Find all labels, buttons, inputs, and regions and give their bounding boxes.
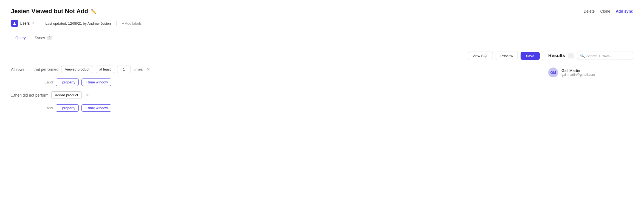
users-icon-wrap (11, 20, 18, 27)
clone-button[interactable]: Clone (600, 9, 610, 13)
that-performed-label: ...that performed (30, 67, 59, 72)
tabs-row: Query Syncs 2 (11, 33, 633, 43)
times-count-input[interactable]: 1 (117, 66, 131, 73)
add-labels-button[interactable]: + Add labels (122, 21, 142, 26)
did-not-perform-row: ...then did not perform Added product ✕ (11, 91, 529, 99)
result-info: Gail Martin gail.martin@gmail.com (561, 68, 595, 77)
add-time-window-chip-2[interactable]: + time window (81, 104, 111, 112)
query-builder: All rows... ...that performed Viewed pro… (11, 66, 540, 112)
and-label: ...and (44, 80, 53, 84)
then-did-not-label: ...then did not perform (11, 93, 49, 97)
toolbar-row: View SQL Preview Save (11, 52, 540, 60)
tab-syncs[interactable]: Syncs 2 (30, 33, 57, 43)
page-title: Jesien Viewed but Not Add (11, 8, 88, 15)
results-count-badge: 1 (568, 53, 574, 58)
results-header: Results 1 🔍 (548, 52, 633, 60)
delete-button[interactable]: Delete (584, 9, 595, 13)
result-name: Gail Martin (561, 68, 595, 73)
results-search-input[interactable] (586, 54, 630, 58)
sub-row-and-2: ...and + property + time window (44, 104, 529, 112)
svg-point-0 (14, 22, 15, 23)
add-sync-button[interactable]: Add sync (616, 9, 633, 13)
all-rows-label: All rows... (11, 67, 28, 72)
results-search-box: 🔍 (577, 52, 633, 60)
remove-added-product-button[interactable]: ✕ (84, 93, 90, 97)
avatar: GM (548, 68, 558, 77)
users-label: Users (20, 21, 30, 26)
tab-query[interactable]: Query (11, 33, 30, 43)
external-link-icon[interactable]: ↗ (32, 21, 34, 25)
added-product-chip[interactable]: Added product (51, 91, 82, 99)
last-updated-label: Last updated: 12/08/21 by Andrew Jesien (46, 21, 111, 26)
view-sql-button[interactable]: View SQL (468, 52, 493, 60)
query-row-1: All rows... ...that performed Viewed pro… (11, 66, 529, 73)
times-label: times (134, 67, 143, 72)
preview-button[interactable]: Preview (496, 52, 518, 60)
add-property-chip[interactable]: + property (56, 78, 79, 86)
remove-viewed-product-button[interactable]: ✕ (145, 67, 151, 72)
divider (40, 21, 40, 26)
results-panel: Results 1 🔍 GM Gail Martin gail.martin@g… (540, 52, 633, 117)
result-email: gail.martin@gmail.com (561, 73, 595, 77)
viewed-product-chip[interactable]: Viewed product (61, 66, 93, 73)
add-time-window-chip[interactable]: + time window (81, 78, 111, 86)
save-button[interactable]: Save (521, 52, 540, 60)
and-label-2: ...and (44, 106, 53, 110)
results-title: Results (548, 53, 565, 58)
sub-row-and: ...and + property + time window (44, 78, 529, 86)
search-icon: 🔍 (580, 54, 585, 58)
divider2 (116, 21, 117, 26)
result-item: GM Gail Martin gail.martin@gmail.com (548, 64, 633, 81)
add-property-chip-2[interactable]: + property (56, 104, 79, 112)
at-least-chip[interactable]: at least (96, 66, 114, 73)
syncs-badge: 2 (47, 36, 52, 40)
users-icon (13, 21, 16, 25)
edit-icon[interactable]: ✏️ (91, 9, 96, 14)
